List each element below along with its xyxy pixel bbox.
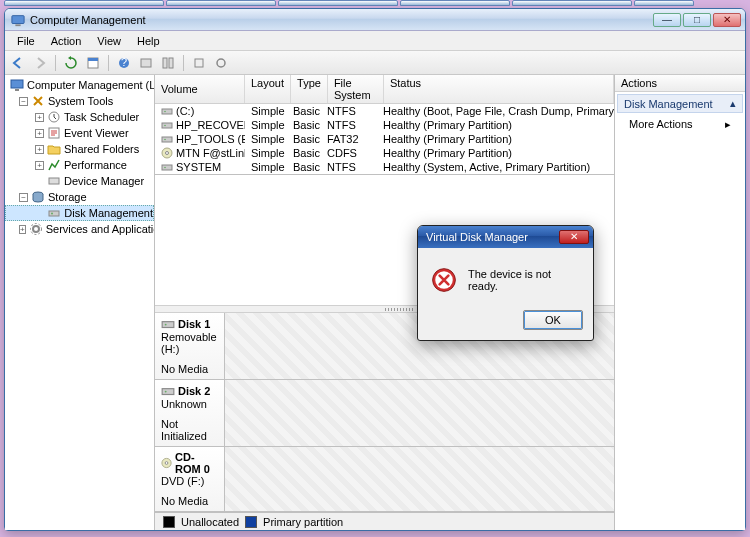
actions-title: Actions (615, 75, 745, 92)
svg-rect-23 (162, 123, 172, 128)
legend-unalloc-swatch (163, 516, 175, 528)
refresh-button[interactable] (62, 54, 80, 72)
tool-d-button[interactable] (212, 54, 230, 72)
menu-view[interactable]: View (89, 33, 129, 49)
actions-more[interactable]: More Actions ▸ (615, 115, 745, 133)
svg-point-32 (165, 324, 167, 326)
help-button[interactable]: ? (115, 54, 133, 72)
computer-management-window: Computer Management — □ ✕ File Action Vi… (4, 8, 746, 531)
event-icon (47, 126, 61, 140)
back-button[interactable] (9, 54, 27, 72)
dialog-message: The device is not ready. (468, 268, 581, 292)
svg-rect-15 (49, 178, 59, 184)
volume-table[interactable]: Volume Layout Type File System Status (C… (155, 75, 614, 175)
toolbar: ? (5, 51, 745, 75)
volume-row[interactable]: HP_TOOLS (E:)SimpleBasicFAT32Healthy (Pr… (155, 132, 614, 146)
tree-systools[interactable]: −System Tools (5, 93, 154, 109)
svg-point-28 (166, 152, 169, 155)
legend-primary: Primary partition (263, 516, 343, 528)
svg-rect-17 (49, 211, 59, 216)
svg-rect-29 (162, 165, 172, 170)
tree-shared[interactable]: +Shared Folders (5, 141, 154, 157)
volume-row[interactable]: (C:)SimpleBasicNTFSHealthy (Boot, Page F… (155, 104, 614, 118)
volume-row[interactable]: MTN F@stLink (G:)SimpleBasicCDFSHealthy … (155, 146, 614, 160)
collapse-icon: ▴ (730, 97, 736, 110)
legend-unalloc: Unallocated (181, 516, 239, 528)
device-icon (47, 174, 61, 188)
tree-root[interactable]: Computer Management (Local) (5, 77, 154, 93)
tool-c-button[interactable] (190, 54, 208, 72)
tree-services[interactable]: +Services and Applications (5, 221, 154, 237)
actions-pane: Actions Disk Management▴ More Actions ▸ (615, 75, 745, 530)
tool-a-button[interactable] (137, 54, 155, 72)
menu-help[interactable]: Help (129, 33, 168, 49)
computer-icon (10, 78, 24, 92)
tree-diskmgmt[interactable]: Disk Management (5, 205, 154, 221)
svg-point-18 (51, 213, 53, 215)
dialog-title: Virtual Disk Manager (426, 231, 559, 243)
svg-point-26 (164, 139, 166, 141)
menu-action[interactable]: Action (43, 33, 90, 49)
titlebar[interactable]: Computer Management — □ ✕ (5, 9, 745, 31)
svg-point-30 (164, 167, 166, 169)
volume-header[interactable]: Volume Layout Type File System Status (155, 75, 614, 104)
svg-point-10 (217, 59, 225, 67)
app-icon (11, 13, 25, 27)
perf-icon (47, 158, 61, 172)
svg-rect-12 (15, 89, 19, 91)
svg-rect-21 (162, 109, 172, 114)
col-filesystem[interactable]: File System (328, 75, 384, 103)
tree-perf[interactable]: +Performance (5, 157, 154, 173)
tree-storage[interactable]: −Storage (5, 189, 154, 205)
disk-row[interactable]: CD-ROM 0DVD (F:)No Media (155, 447, 614, 512)
col-volume[interactable]: Volume (155, 75, 245, 103)
dialog-titlebar[interactable]: Virtual Disk Manager ✕ (418, 226, 593, 248)
svg-point-19 (33, 226, 39, 232)
volume-row[interactable]: HP_RECOVERYSimpleBasicNTFSHealthy (Prima… (155, 118, 614, 132)
close-button[interactable]: ✕ (713, 13, 741, 27)
dialog-ok-button[interactable]: OK (523, 310, 583, 330)
volume-row[interactable]: SYSTEMSimpleBasicNTFSHealthy (System, Ac… (155, 160, 614, 174)
error-dialog: Virtual Disk Manager ✕ The device is not… (417, 225, 594, 341)
svg-rect-1 (15, 24, 20, 26)
tools-icon (31, 94, 45, 108)
forward-button[interactable] (31, 54, 49, 72)
dialog-close-button[interactable]: ✕ (559, 230, 589, 244)
tree-devmgr[interactable]: Device Manager (5, 173, 154, 189)
folder-icon (47, 142, 61, 156)
svg-rect-11 (11, 80, 23, 88)
svg-rect-3 (88, 58, 98, 61)
svg-point-36 (165, 462, 168, 465)
minimize-button[interactable]: — (653, 13, 681, 27)
svg-rect-0 (12, 15, 24, 23)
tool-b-button[interactable] (159, 54, 177, 72)
legend: Unallocated Primary partition (155, 512, 614, 530)
svg-rect-33 (162, 389, 174, 395)
disk-icon (47, 206, 61, 220)
svg-rect-6 (141, 59, 151, 67)
svg-point-24 (164, 125, 166, 127)
tree-pane[interactable]: Computer Management (Local) −System Tool… (5, 75, 155, 530)
menu-file[interactable]: File (9, 33, 43, 49)
clock-icon (47, 110, 61, 124)
tree-eventvwr[interactable]: +Event Viewer (5, 125, 154, 141)
col-status[interactable]: Status (384, 75, 614, 103)
gear-icon (29, 222, 43, 236)
col-type[interactable]: Type (291, 75, 328, 103)
storage-icon (31, 190, 45, 204)
svg-point-22 (164, 111, 166, 113)
svg-rect-8 (169, 58, 173, 68)
svg-rect-31 (162, 322, 174, 328)
menubar: File Action View Help (5, 31, 745, 51)
actions-category[interactable]: Disk Management▴ (617, 94, 743, 113)
svg-point-34 (165, 391, 167, 393)
col-layout[interactable]: Layout (245, 75, 291, 103)
svg-rect-7 (163, 58, 167, 68)
maximize-button[interactable]: □ (683, 13, 711, 27)
tree-tasksched[interactable]: +Task Scheduler (5, 109, 154, 125)
svg-text:?: ? (121, 56, 127, 68)
disk-pane[interactable]: Disk 1Removable (H:)No MediaDisk 2Unknow… (155, 313, 614, 512)
window-title: Computer Management (30, 14, 653, 26)
disk-row[interactable]: Disk 2UnknownNot Initialized (155, 380, 614, 447)
properties-button[interactable] (84, 54, 102, 72)
